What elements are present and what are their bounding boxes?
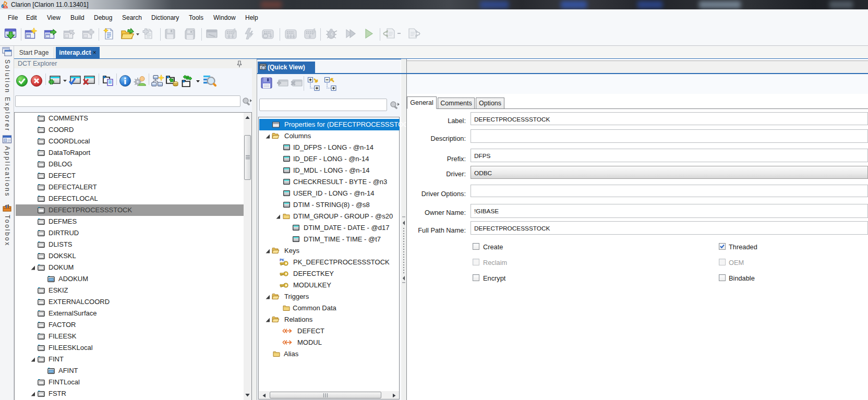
svg-text:PK: PK xyxy=(280,258,284,262)
